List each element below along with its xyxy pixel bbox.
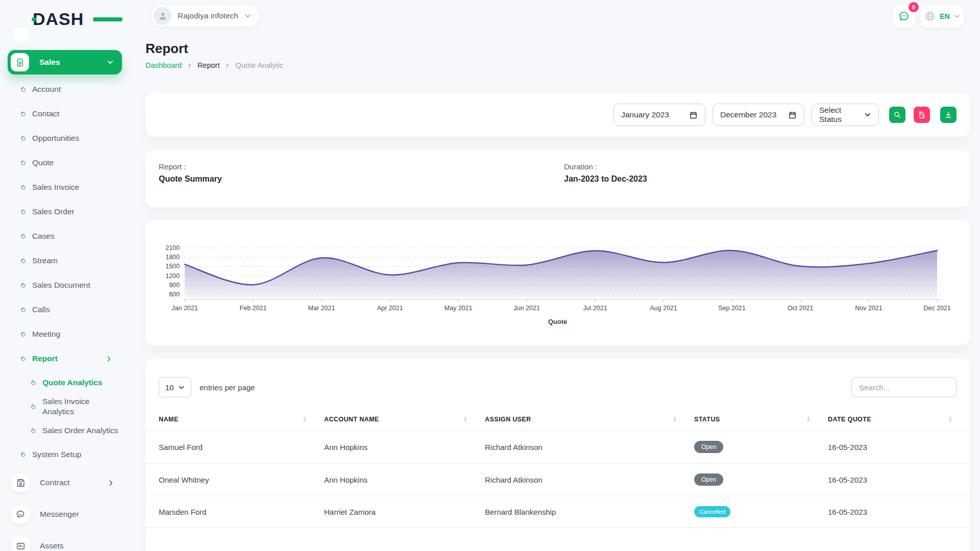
cell-status: Open [694, 431, 828, 463]
main-content: Report Dashboard Report Quote Analytic J… [145, 41, 970, 551]
end-month-input[interactable]: December 2023 [713, 104, 804, 126]
breadcrumb-report-link[interactable]: Report [198, 61, 220, 69]
notifications-button[interactable]: 0 [893, 5, 915, 28]
cell-date: 16-05-2023 [828, 496, 970, 528]
sidebar-item-quote-analytics[interactable]: Quote Analytics [0, 371, 133, 394]
sidebar-group-sales[interactable]: Sales [8, 50, 122, 74]
end-month-value: December 2023 [720, 110, 776, 119]
column-header-date-quote[interactable]: DATE QUOTE▲▼ [828, 410, 970, 431]
table-row[interactable]: Oneal Whitney Ann Hopkins Richard Atkins… [145, 463, 970, 496]
sidebar-item-system-setup[interactable]: System Setup [0, 442, 133, 467]
table-search-input[interactable] [851, 377, 957, 397]
report-value: Quote Summary [159, 174, 957, 184]
sidebar-item-sales-document[interactable]: Sales Document [0, 273, 133, 297]
sidebar-menu: Account Contact Opportunities Quote Sale… [0, 77, 133, 551]
sidebar-item-contract[interactable]: Contract [0, 467, 133, 498]
ring-icon [30, 428, 37, 434]
sidebar-item-sales-invoice[interactable]: Sales Invoice [0, 175, 133, 199]
cell-assign-user: Richard Atkinson [485, 431, 694, 463]
column-header-account-name[interactable]: ACCOUNT NAME▲▼ [324, 410, 485, 431]
brand-logo-text: DASH [33, 9, 84, 29]
globe-icon [924, 11, 936, 22]
cell-status: Cancelled [694, 496, 828, 528]
sidebar-item-messenger[interactable]: Messenger [0, 498, 133, 530]
duration-value: Jan-2023 to Dec-2023 [564, 174, 647, 184]
column-header-status[interactable]: STATUS▲▼ [694, 410, 828, 431]
svg-text:1200: 1200 [165, 272, 180, 280]
sort-icon: ▲▼ [463, 416, 468, 422]
column-header-name[interactable]: NAME▲▼ [145, 410, 324, 431]
svg-text:Mar 2021: Mar 2021 [308, 305, 335, 312]
svg-text:May 2021: May 2021 [445, 305, 473, 312]
quote-area-chart: 6009001200150018002100Jan 2021Feb 2021Ma… [159, 232, 957, 314]
svg-text:1500: 1500 [165, 263, 180, 270]
breadcrumb-dashboard-link[interactable]: Dashboard [145, 61, 182, 69]
cell-date: 16-05-2023 [828, 431, 970, 463]
ring-icon [20, 86, 27, 93]
cell-assign-user: Richard Atkinson [485, 463, 694, 496]
svg-text:1800: 1800 [165, 254, 180, 261]
ring-icon [20, 209, 27, 215]
chevron-right-icon [225, 63, 230, 68]
cell-status: Open [694, 463, 828, 496]
cell-account: Ann Hopkins [324, 431, 485, 463]
report-summary-card: Report : Quote Summary Duration : Jan-20… [145, 150, 970, 207]
quotes-table: NAME▲▼ ACCOUNT NAME▲▼ ASSIGN USER▲▼ STAT… [145, 410, 970, 528]
page-size-label: entries per page [200, 383, 255, 392]
svg-text:Sep 2021: Sep 2021 [718, 305, 746, 312]
chevron-down-icon [864, 111, 871, 118]
download-button[interactable] [940, 107, 957, 123]
brand-logo[interactable]: DASH [33, 8, 99, 30]
sidebar-item-report[interactable]: Report [0, 346, 133, 371]
table-controls: 10 entries per page [145, 377, 970, 397]
ring-icon [20, 111, 27, 117]
sidebar-item-assets[interactable]: Assets [0, 530, 133, 551]
calendar-icon [788, 111, 797, 119]
status-select[interactable]: Select Status [812, 104, 879, 126]
chat-bubble-icon [11, 505, 30, 523]
sidebar-item-sales-order-analytics[interactable]: Sales Order Analytics [0, 419, 133, 442]
sidebar-item-stream[interactable]: Stream [0, 248, 133, 273]
cell-name: Samuel Ford [145, 431, 324, 463]
apply-filter-button[interactable] [889, 107, 905, 123]
table-row[interactable]: Marsden Ford Harriet Zamora Bernard Blan… [145, 496, 970, 528]
sidebar-item-opportunities[interactable]: Opportunities [0, 126, 133, 151]
sidebar-item-sales-invoice-analytics[interactable]: Sales Invoice Analytics [0, 394, 133, 419]
sidebar-item-meeting[interactable]: Meeting [0, 322, 133, 346]
calendar-icon [689, 111, 698, 119]
company-name: Rajodiya infotech [178, 11, 238, 20]
report-summary-right: Duration : Jan-2023 to Dec-2023 [564, 162, 647, 184]
cell-assign-user: Bernard Blankenship [485, 496, 694, 528]
ring-icon [20, 356, 27, 362]
sidebar-item-account[interactable]: Account [0, 77, 133, 102]
file-off-icon [918, 111, 926, 119]
svg-text:Jul 2021: Jul 2021 [583, 305, 607, 312]
column-header-assign-user[interactable]: ASSIGN USER▲▼ [485, 410, 694, 431]
chat-bubble-icon [898, 10, 910, 22]
svg-text:Jan 2021: Jan 2021 [172, 305, 198, 312]
page-size-select[interactable]: 10 [159, 377, 191, 397]
sort-icon: ▲▼ [303, 416, 307, 422]
sort-icon: ▲▼ [948, 416, 952, 422]
start-month-input[interactable]: January 2023 [614, 104, 705, 126]
quote-chart-card: 6009001200150018002100Jan 2021Feb 2021Ma… [145, 220, 970, 345]
language-code: EN [940, 12, 949, 20]
sidebar-item-sales-order[interactable]: Sales Order [0, 199, 133, 224]
sidebar-item-cases[interactable]: Cases [0, 224, 133, 248]
sidebar-item-quote[interactable]: Quote [0, 151, 133, 175]
status-select-value: Select Status [819, 106, 864, 124]
table-row[interactable]: Samuel Ford Ann Hopkins Richard Atkinson… [145, 431, 970, 463]
notification-badge: 0 [909, 2, 919, 12]
search-icon [893, 111, 901, 119]
clear-filter-button[interactable] [914, 107, 930, 123]
sidebar-item-calls[interactable]: Calls [0, 297, 133, 322]
svg-text:Feb 2021: Feb 2021 [240, 305, 267, 312]
sidebar-item-contact[interactable]: Contact [0, 102, 133, 126]
sidebar-group-label: Sales [39, 58, 107, 67]
svg-text:Dec 2021: Dec 2021 [923, 305, 951, 312]
sort-icon: ▲▼ [806, 416, 811, 422]
company-selector[interactable]: Rajodiya infotech [151, 5, 260, 27]
report-label: Report : [159, 162, 957, 171]
language-selector[interactable]: EN [921, 5, 964, 28]
report-submenu: Quote Analytics Sales Invoice Analytics … [0, 371, 133, 442]
